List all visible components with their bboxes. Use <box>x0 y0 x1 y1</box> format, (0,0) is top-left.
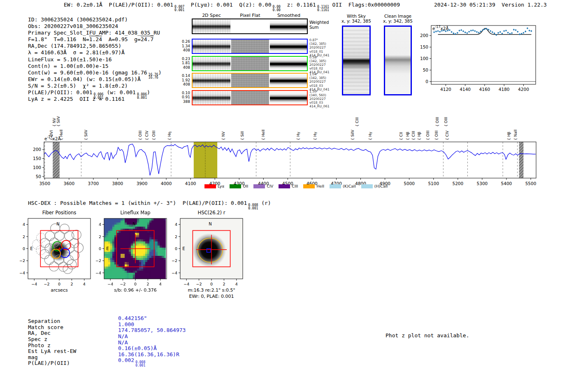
svg-text:−4: −4 <box>19 271 25 275</box>
svg-text:4160: 4160 <box>479 87 490 92</box>
flux-point <box>511 32 513 34</box>
svg-text:2: 2 <box>70 282 73 286</box>
legend-item: CIV <box>253 184 273 188</box>
spectral-line-label: { OIII <box>152 130 156 140</box>
weighted-sum-label-line2: Sum <box>309 25 329 30</box>
flux-point <box>458 30 460 32</box>
svg-text:5500: 5500 <box>525 181 537 186</box>
clean-image <box>384 26 412 95</box>
svg-text:arcsecs: arcsecs <box>51 288 68 293</box>
flux-point <box>525 30 526 32</box>
flux-point <box>527 27 528 29</box>
svg-text:−2: −2 <box>44 282 50 286</box>
svg-text:4: 4 <box>99 222 101 227</box>
info-line: LineFlux = 5.10(±1.50)e-16 <box>28 56 162 63</box>
spec2d-image <box>193 39 230 53</box>
svg-text:50: 50 <box>423 67 428 72</box>
masked-band <box>53 142 60 178</box>
info-line: Primary Spec_Slot_IFU_AMP: 414_038_035_R… <box>28 30 162 36</box>
flux-point <box>472 29 474 31</box>
svg-text:50: 50 <box>36 174 41 179</box>
spectral-line-label: { OIII <box>444 117 448 127</box>
svg-text:EWr: 0, PLAE: 0.001: EWr: 0, PLAE: 0.001 <box>189 294 234 299</box>
svg-text:−4: −4 <box>107 282 113 286</box>
svg-text:3700: 3700 <box>88 181 99 186</box>
svg-text:4: 4 <box>83 282 86 286</box>
inset-chart: 41204140416041804200050100150200 <box>416 23 539 97</box>
flux-point <box>519 33 520 35</box>
flux-point <box>523 32 524 34</box>
svg-text:2: 2 <box>175 234 177 239</box>
legend-label: HeII <box>316 184 324 188</box>
spectral-line-label: { Hη <box>167 132 172 140</box>
flux-point <box>439 31 441 33</box>
svg-text:2: 2 <box>223 282 225 286</box>
match-table-label: Spec z <box>28 336 76 342</box>
spec2d-row-right-label: 0.87"(342, 385)20200227v018_01414_RU_041 <box>309 38 336 57</box>
match-table-label: Separation <box>28 318 76 324</box>
spectral-line-label: { Hβ <box>507 132 511 140</box>
legend-swatch <box>204 184 216 188</box>
legend-swatch <box>279 184 290 188</box>
pixelflat-image <box>231 74 269 87</box>
flux-point <box>513 29 515 31</box>
svg-text:2: 2 <box>146 282 149 286</box>
svg-text:200: 200 <box>420 33 428 38</box>
match-table-label: mag <box>28 354 76 360</box>
spec2d-row-left-label: 0.141.92408 <box>179 74 190 87</box>
info-line: P(LAE)/P(OII): 0.0010.0060.001 (w: 0.001… <box>28 89 162 96</box>
spec2d-row-right-label: 1.50"(340, 560)20200227v018_03414_RU_061 <box>309 90 336 109</box>
spec2d-row-right-label: 0.58"(342, 385)20200227v018_02414_RU_041 <box>309 56 336 74</box>
svg-text:s/b: 0.96 +/- 0.376: s/b: 0.96 +/- 0.376 <box>114 288 157 293</box>
header-timestamp: 2024-12-30 05:21:39 Version 1.22.3 <box>434 2 547 8</box>
header-stats: EW: 0.2±0.1Å P(LAE)/P(OII): 0.0010.0070.… <box>64 2 400 12</box>
flux-point <box>499 31 501 33</box>
match-table-label: Est LyA rest-EW <box>28 348 76 354</box>
pixelflat-image <box>231 19 269 33</box>
svg-text:100: 100 <box>33 165 41 170</box>
info-line: RA,Dec (174.784912,50.865055) <box>28 43 162 49</box>
svg-text:Lineflux Map: Lineflux Map <box>120 210 150 216</box>
flux-point <box>462 30 464 32</box>
svg-text:0: 0 <box>425 79 428 84</box>
svg-text:3500: 3500 <box>39 181 50 186</box>
info-block: ID: 3006235024 (3006235024.pdf)Obs: 2020… <box>28 16 162 102</box>
match-table-value: 16.36(16.36,16.36)R <box>118 351 186 357</box>
spec2d-row-left-label: 0.100.91388 <box>179 91 190 104</box>
svg-text:4: 4 <box>159 282 162 286</box>
legend-label: CIV <box>267 184 273 188</box>
legend-item: (H)CaII <box>361 184 388 188</box>
legend-label: CIII <box>292 184 298 188</box>
inset-flux-units-annotation: e-17x2Å <box>432 25 449 31</box>
svg-text:N: N <box>132 222 135 226</box>
legend-label: (H)CaII <box>374 184 388 188</box>
spec2d-image <box>193 74 230 87</box>
match-table-values: 0.442156"1.000174.785057, 50.864973N/AN/… <box>118 315 186 363</box>
legend-label: OII <box>243 184 248 188</box>
pixelflat-image <box>231 39 269 53</box>
match-table-value: N/A <box>118 333 186 339</box>
smoothed-image <box>270 57 307 70</box>
weighted-sum-label: Weighted Sum <box>309 20 329 30</box>
svg-text:E: E <box>30 246 33 251</box>
info-line: Cont(w) = 9.60(±0.00)e-16 (gmag 16.7616.… <box>28 70 162 76</box>
svg-text:4: 4 <box>175 222 177 227</box>
spectral-line-label: { CIV <box>445 130 449 140</box>
spectral-line-label: { SiIV <box>56 116 60 127</box>
svg-text:4000: 4000 <box>161 181 172 186</box>
flux-point <box>453 32 454 35</box>
spec2d-row <box>192 56 308 71</box>
svg-text:3800: 3800 <box>112 181 123 186</box>
match-table-value: 0.16(±0.05)Å <box>118 345 186 351</box>
svg-text:4: 4 <box>23 222 25 227</box>
spectral-line-label: { OIII <box>435 117 439 127</box>
match-table-labels: SeparationMatch scoreRA, DecSpec zPhoto … <box>28 318 76 366</box>
spectral-line-label: { SiIV <box>84 130 88 140</box>
clean-title: Clean Image <box>381 14 414 19</box>
svg-text:5000: 5000 <box>404 181 415 186</box>
flux-point <box>464 31 466 33</box>
weighted-sum-row <box>192 19 308 34</box>
svg-text:E: E <box>182 246 185 251</box>
spec2d-row <box>192 39 308 54</box>
flux-point <box>435 30 437 32</box>
